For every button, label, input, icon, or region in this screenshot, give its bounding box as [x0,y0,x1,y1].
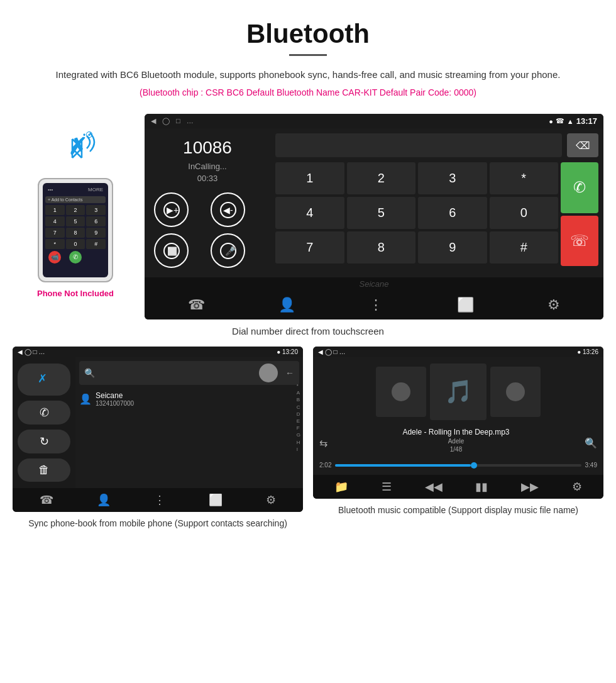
key-star[interactable]: * [490,162,559,194]
phone-more: MORE [88,187,103,192]
key-3[interactable]: 3 [418,162,487,194]
music-nav-sq[interactable]: □ [334,348,338,355]
pb-bottom-call[interactable]: ☎ [40,493,53,507]
music-eq-btn[interactable]: ⚙ [572,480,582,494]
phone-mockup: ••• MORE + Add to Contacts 1 2 3 4 5 6 7… [38,178,113,282]
mute-btn[interactable]: 🎤 [211,233,245,268]
numpad-area: ⌫ 1 2 3 * 4 5 6 [270,128,603,277]
phonebook-item: ◀ ◯ □ … ● 13:20 ✗ ✆ [13,347,303,530]
numpad-backspace[interactable]: ⌫ [567,133,598,157]
music-progress-bar[interactable] [335,464,581,467]
nav-dots[interactable]: … [187,117,194,125]
pb-back-arrow[interactable]: ← [285,368,294,378]
key-5[interactable]: 5 [347,197,416,229]
phone-key-1[interactable]: 1 [45,205,65,215]
numpad-input-row: ⌫ [275,133,598,157]
pb-bottom-dialpad[interactable]: ⋮ [154,493,165,507]
phone-not-included-label: Phone Not Included [37,289,114,298]
music-status-icons: ● 13:26 [577,348,598,355]
pb-status-bar: ◀ ◯ □ … ● 13:20 [13,347,303,357]
dial-left-panel: 10086 InCalling... 00:33 ▶+ ◀- ⬜ [145,128,270,277]
phone-key-7[interactable]: 7 [45,228,65,238]
music-location: ● [577,348,583,355]
end-button[interactable]: ☏ [561,216,598,267]
phone-key-6[interactable]: 6 [86,216,106,226]
nav-square[interactable]: □ [176,117,180,125]
pb-sync-icon[interactable]: ↻ [18,430,70,453]
key-hash[interactable]: # [490,231,559,264]
music-folder-btn[interactable]: 📁 [334,480,348,494]
key-1[interactable]: 1 [275,162,344,194]
key-6[interactable]: 6 [418,197,487,229]
pb-nav-sq[interactable]: □ [33,348,37,355]
bottom-call-btn[interactable]: ☎ [188,297,205,313]
phone-call-btn[interactable]: ✆ [69,251,82,264]
volume-down-btn[interactable]: ◀- [211,192,245,227]
music-play-btn[interactable]: ▮▮ [475,480,488,494]
music-nav-back[interactable]: ◀ [318,348,323,355]
music-screen: ◀ ◯ □ … ● 13:26 🎵 [313,347,603,499]
music-time-total: 3:49 [585,462,597,469]
phone-key-4[interactable]: 4 [45,216,65,226]
pb-nav-dots[interactable]: … [38,348,45,355]
phone-key-0[interactable]: 0 [66,239,85,249]
pb-nav-home[interactable]: ◯ [25,348,31,355]
nav-back[interactable]: ◀ [151,117,156,125]
pb-call-icon[interactable]: ✆ [18,401,70,425]
phone-key-5[interactable]: 5 [66,216,85,226]
page-header: Bluetooth Integrated with BC6 Bluetooth … [0,0,616,114]
music-nav-home[interactable]: ◯ [325,348,332,355]
pb-bt-icon[interactable]: ✗ [18,364,70,396]
bottom-contacts-btn[interactable]: 👤 [278,297,295,313]
svg-text:🎤: 🎤 [225,246,236,257]
phone-key-hash[interactable]: # [86,239,106,249]
phone-top-bar: ••• MORE [45,186,106,194]
music-list-btn[interactable]: ☰ [382,480,392,494]
pb-location: ● [277,348,282,355]
music-search-btn[interactable]: 🔍 [585,437,597,449]
pb-search-bar[interactable]: 🔍 ← [79,361,299,385]
music-nav: ◀ ◯ □ … [318,348,345,355]
phone-key-star[interactable]: * [45,239,65,249]
key-7[interactable]: 7 [275,231,344,264]
key-2[interactable]: 2 [347,162,416,194]
nav-home[interactable]: ◯ [162,117,170,125]
pb-bottom-settings[interactable]: ⚙ [266,493,276,507]
phone-bottom-row: 📹 ✆ [45,251,106,264]
music-next-btn[interactable]: ▶▶ [521,480,539,494]
music-nav-dots[interactable]: … [339,348,345,355]
car-bottom-bar: ☎ 👤 ⋮ ⬜ ⚙ [145,291,603,319]
car-time: 13:17 [576,116,597,126]
bottom-transfer-btn[interactable]: ⬜ [457,297,474,313]
pb-bottom-transfer[interactable]: ⬜ [209,493,223,507]
key-0[interactable]: 0 [490,197,559,229]
transfer-btn[interactable]: ⬜ [154,233,189,268]
phone-add-contact[interactable]: + Add to Contacts [45,196,106,203]
key-4[interactable]: 4 [275,197,344,229]
phone-key-3[interactable]: 3 [86,205,106,215]
music-status-bar: ◀ ◯ □ … ● 13:26 [313,347,603,357]
car-status-bar: ◀ ◯ □ … ● ☎ ▲ 13:17 [145,114,603,128]
phone-key-2[interactable]: 2 [66,205,85,215]
pb-delete-icon[interactable]: 🗑 [18,458,70,482]
album-art-right: 🎵 [490,367,541,417]
pb-contact-item[interactable]: 👤 Seicane 13241007000 [79,389,299,409]
pb-nav-back[interactable]: ◀ [18,348,23,355]
bottom-dialpad-btn[interactable]: ⋮ [369,297,383,313]
phone-numpad: 1 2 3 4 5 6 7 8 9 * 0 # [45,205,106,249]
music-prev-btn[interactable]: ◀◀ [425,480,443,494]
pb-search-dot [259,364,278,382]
key-8[interactable]: 8 [347,231,416,264]
volume-up-btn[interactable]: ▶+ [154,192,189,227]
call-button[interactable]: ✆ [561,162,598,213]
phone-key-8[interactable]: 8 [66,228,85,238]
key-9[interactable]: 9 [418,231,487,264]
bottom-settings-btn[interactable]: ⚙ [547,297,560,313]
shuffle-btn[interactable]: ⇆ [319,437,327,449]
music-bar-fill [335,464,470,467]
pb-nav: ◀ ◯ □ … [18,348,45,355]
pb-bottom-contacts[interactable]: 👤 [97,493,111,507]
phone-video-btn[interactable]: 📹 [48,251,61,264]
pb-sidebar: ✗ ✆ ↻ 🗑 [13,357,75,488]
phone-key-9[interactable]: 9 [86,228,106,238]
